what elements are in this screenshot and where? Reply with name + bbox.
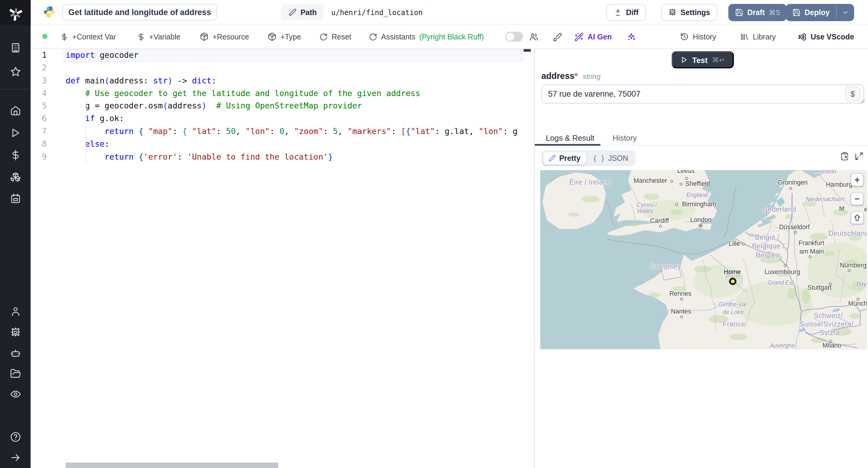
map-label: Deutschland (828, 230, 867, 237)
code-line[interactable]: else: (62, 138, 524, 151)
ai-gen-button[interactable]: AI Gen (574, 24, 612, 49)
draft-button[interactable]: Draft ⌘S (728, 4, 787, 21)
sidebar-item-settings[interactable] (0, 322, 31, 343)
deploy-button[interactable]: Deploy (786, 4, 836, 21)
paintbrush-icon (553, 32, 562, 41)
map-city-dot (670, 180, 673, 182)
map-city-dot (680, 315, 683, 318)
line-number: 4 (31, 87, 66, 100)
address-input[interactable] (541, 85, 864, 104)
sidebar-collapse-button[interactable] (0, 447, 31, 468)
sidebar-item-workspace[interactable] (0, 37, 31, 59)
sidebar-item-schedules[interactable] (0, 188, 31, 209)
sync-status-indicator (42, 34, 47, 39)
code-line[interactable]: g = geocoder.osm(address) # Using OpenSt… (62, 100, 524, 112)
deploy-dropdown-button[interactable] (837, 4, 854, 21)
code-line[interactable] (62, 62, 524, 74)
reset-button[interactable]: Reset (319, 24, 351, 49)
map-city-dot (742, 243, 744, 245)
code-line[interactable]: # Use geocoder to get the latitude and l… (62, 87, 524, 100)
map-recenter-button[interactable] (851, 211, 864, 224)
format-button[interactable] (553, 24, 562, 49)
add-context-var-button[interactable]: +Context Var (60, 24, 116, 49)
pretty-view-button[interactable]: Pretty (543, 152, 586, 164)
history-label: History (692, 33, 716, 41)
add-resource-button[interactable]: +Resource (200, 24, 249, 49)
map-label: Grand Est (768, 279, 794, 286)
line-number: 1 (31, 49, 66, 61)
sidebar-item-workers[interactable] (0, 342, 31, 364)
add-type-button[interactable]: +Type (268, 24, 301, 49)
map-marker[interactable] (730, 278, 737, 285)
settings-button[interactable]: Settings (661, 4, 717, 21)
multiplayer-button[interactable] (529, 24, 538, 49)
draft-label: Draft (747, 8, 765, 17)
add-context-var-label: +Context Var (72, 33, 116, 41)
sidebar-item-home[interactable] (0, 100, 31, 121)
line-number: 7 (31, 125, 66, 138)
map-city-dot (794, 231, 797, 234)
expand-result-button[interactable] (855, 152, 864, 161)
library-button[interactable]: Library (740, 24, 776, 49)
sidebar-item-help[interactable] (0, 427, 31, 447)
map-label: Cardiff (650, 218, 669, 224)
map-label: England (686, 191, 708, 198)
code-line[interactable]: return {'error': 'Unable to find the loc… (62, 151, 524, 163)
workspace-logo[interactable] (0, 0, 31, 27)
sidebar-item-resources[interactable] (0, 166, 31, 187)
sidebar-item-runs[interactable] (0, 122, 31, 143)
map-label: Luxembourg (765, 268, 800, 275)
arrow-up-icon (853, 213, 861, 222)
copy-result-button[interactable] (840, 152, 849, 161)
boxes-icon (10, 171, 21, 182)
path-display[interactable]: Path u/henri/find_location (281, 4, 430, 21)
use-vscode-button[interactable]: Use VScode (798, 24, 854, 49)
pen-icon (549, 155, 556, 162)
code-line[interactable]: if g.ok: (62, 112, 524, 125)
map-label: Sheffield (685, 180, 710, 187)
assistants-button[interactable]: Assistants (Pyright Black Ruff) (369, 24, 484, 49)
editor-scrollbar-thumb[interactable] (524, 49, 531, 52)
code-lines: import geocoderdef main(address: str) ->… (62, 49, 524, 163)
add-resource-label: +Resource (213, 33, 249, 41)
draft-shortcut: ⌘S (769, 8, 780, 17)
sidebar-item-users[interactable] (0, 301, 31, 322)
tab-logs-result[interactable]: Logs & Result (546, 130, 594, 146)
line-number: 2 (31, 62, 66, 74)
assistant-toggle[interactable] (505, 32, 523, 41)
test-button[interactable]: Test ⌘↵ (672, 51, 734, 68)
map-label: M (839, 205, 844, 212)
map-zoom-out-button[interactable]: − (851, 193, 864, 205)
code-line[interactable]: import geocoder (62, 49, 524, 61)
sidebar-item-variables[interactable] (0, 144, 31, 166)
code-editor[interactable]: 123456789 import geocoderdef main(addres… (31, 49, 534, 468)
ai-sparkles-button[interactable] (627, 24, 636, 49)
map-label: Centre-Val (719, 301, 747, 307)
map-city-dot (680, 183, 682, 186)
textarea-resize-handle[interactable] (860, 99, 865, 104)
map-city-dot (789, 187, 792, 190)
map-label: France (723, 320, 745, 328)
diff-button[interactable]: Diff (607, 4, 646, 21)
sidebar-item-audit[interactable] (0, 384, 31, 405)
add-variable-button[interactable]: +Variable (137, 24, 181, 49)
map-label: Rennes (670, 290, 691, 297)
script-title-input[interactable] (62, 4, 217, 21)
tab-history[interactable]: History (613, 130, 637, 146)
code-line[interactable]: def main(address: str) -> dict: (62, 74, 524, 87)
sidebar (0, 0, 31, 468)
insert-variable-button[interactable]: $ (845, 87, 860, 101)
argument-type: string (583, 72, 601, 81)
result-map[interactable]: LeedsÉire / IrelandManchesterSheffieldEn… (540, 170, 867, 349)
sidebar-item-favorites[interactable] (0, 61, 31, 82)
eye-icon (10, 389, 21, 400)
result-actions (840, 152, 864, 161)
code-line[interactable]: return { "map": { "lat": 50, "lon": 0, "… (62, 125, 524, 138)
history-button[interactable]: History (680, 24, 716, 49)
editor-horizontal-scrollbar[interactable] (66, 463, 278, 468)
json-view-button[interactable]: { } JSON (587, 152, 634, 164)
map-zoom-in-button[interactable]: + (851, 173, 864, 186)
history-clock-icon (680, 32, 689, 41)
line-number: 3 (31, 74, 66, 87)
sidebar-item-folders[interactable] (0, 363, 31, 384)
